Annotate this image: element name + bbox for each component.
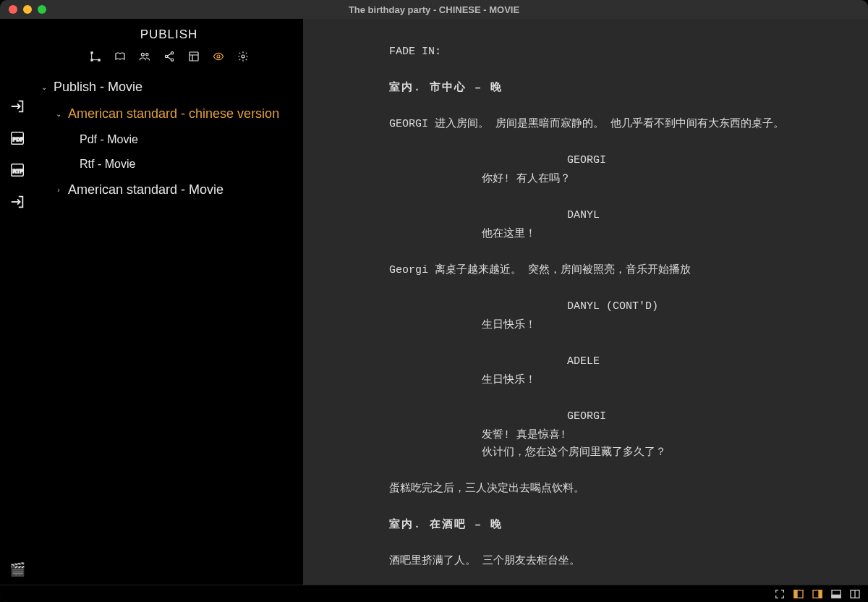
- status-icons: [774, 588, 861, 600]
- character-name: GEORGI: [567, 408, 825, 425]
- fullscreen-icon[interactable]: [774, 588, 786, 600]
- panel-split-icon[interactable]: [849, 588, 861, 600]
- pdf-icon[interactable]: PDF: [9, 130, 25, 146]
- svg-rect-16: [794, 590, 797, 598]
- tree-label: Pdf - Movie: [80, 133, 138, 146]
- export-icon[interactable]: [9, 98, 25, 114]
- transition-fade-in: FADE IN:: [389, 43, 825, 61]
- chevron-right-icon: ›: [55, 186, 62, 194]
- tree-root-publish-movie[interactable]: ⌄ Publish - Movie: [41, 74, 297, 101]
- app-window: The birthday party - CHINESE - MOVIE PDF…: [0, 0, 868, 602]
- scene-heading: 室内. 在酒吧 – 晚: [389, 517, 825, 534]
- svg-text:RTF: RTF: [13, 168, 24, 174]
- tree-item-american-standard-movie[interactable]: › American standard - Movie: [41, 177, 297, 203]
- svg-rect-12: [190, 52, 198, 61]
- svg-rect-20: [832, 595, 841, 598]
- svg-point-8: [145, 54, 148, 56]
- users-icon[interactable]: [139, 51, 150, 62]
- publish-tree: ⌄ Publish - Movie ⌄ American standard - …: [35, 72, 303, 203]
- svg-point-13: [217, 55, 220, 58]
- tree-label: American standard - Movie: [68, 182, 224, 198]
- import-icon[interactable]: [9, 194, 25, 210]
- zoom-window-button[interactable]: [38, 5, 46, 14]
- dialogue-text: 发誓! 真是惊喜! 伙计们，您在这个房间里藏了多久了？: [482, 427, 742, 462]
- dialogue-text: 生日快乐！: [482, 317, 742, 334]
- script-editor[interactable]: FADE IN: 室内. 市中心 – 晚 GEORGI 进入房间。 房间是黑暗而…: [304, 19, 868, 585]
- left-rail: PDF RTF 🎬: [0, 19, 35, 585]
- window-title: The birthday party - CHINESE - MOVIE: [0, 4, 868, 15]
- book-icon[interactable]: [114, 51, 126, 62]
- chevron-down-icon: ⌄: [55, 110, 62, 118]
- sidebar-title: PUBLISH: [35, 19, 303, 48]
- eye-icon[interactable]: [213, 51, 224, 62]
- character-name: GEORGI: [567, 152, 825, 169]
- character-name: DANYL (CONT'D): [567, 298, 825, 315]
- chevron-down-icon: ⌄: [41, 83, 48, 91]
- svg-point-7: [141, 53, 144, 56]
- character-name: ADELE: [567, 353, 825, 370]
- dialogue-text: 你好! 有人在吗？: [482, 171, 742, 188]
- main-body: PDF RTF 🎬 PUBLISH: [0, 19, 868, 585]
- minimize-window-button[interactable]: [23, 5, 32, 14]
- dialogue-text: 他在这里！: [482, 226, 742, 243]
- tree-label: Rtf - Movie: [80, 158, 135, 171]
- tree-label: Publish - Movie: [54, 80, 142, 95]
- panel-bottom-icon[interactable]: [830, 588, 842, 600]
- hierarchy-icon[interactable]: [90, 51, 101, 62]
- sidebar-toolbar: [35, 48, 303, 72]
- tree-item-rtf-movie[interactable]: Rtf - Movie: [41, 152, 297, 177]
- tree-item-pdf-movie[interactable]: Pdf - Movie: [41, 127, 297, 152]
- tree-item-american-standard-chinese[interactable]: ⌄ American standard - chinese version: [41, 101, 297, 127]
- titlebar: The birthday party - CHINESE - MOVIE: [0, 0, 868, 19]
- panel-right-icon[interactable]: [812, 588, 823, 600]
- sidebar: PUBLISH ⌄ Publish - Movie ⌄ American sta…: [35, 19, 304, 585]
- scene-heading: 室内. 市中心 – 晚: [389, 80, 825, 97]
- action-text: Georgi 离桌子越来越近。 突然，房间被照亮，音乐开始播放: [389, 262, 825, 279]
- panel-left-icon[interactable]: [793, 588, 804, 600]
- svg-rect-18: [819, 590, 822, 598]
- clapper-icon[interactable]: 🎬: [9, 561, 25, 577]
- rtf-icon[interactable]: RTF: [9, 162, 25, 178]
- dialogue-text: 生日快乐！: [482, 372, 742, 389]
- tree-label: American standard - chinese version: [68, 106, 279, 122]
- svg-point-14: [242, 55, 244, 58]
- character-name: DANYL: [567, 207, 825, 224]
- action-text: 蛋糕吃完之后，三人决定出去喝点饮料。: [389, 480, 825, 498]
- share-icon[interactable]: [163, 51, 175, 62]
- action-text: 酒吧里挤满了人。 三个朋友去柜台坐。: [389, 553, 825, 570]
- layout-icon[interactable]: [188, 51, 200, 62]
- status-bar: [0, 585, 868, 602]
- action-text: GEORGI 进入房间。 房间是黑暗而寂静的。 他几乎看不到中间有大东西的桌子。: [389, 116, 825, 133]
- svg-text:PDF: PDF: [13, 136, 24, 143]
- gear-icon[interactable]: [237, 51, 249, 62]
- svg-rect-4: [90, 51, 93, 54]
- window-controls: [0, 5, 46, 14]
- close-window-button[interactable]: [9, 5, 17, 14]
